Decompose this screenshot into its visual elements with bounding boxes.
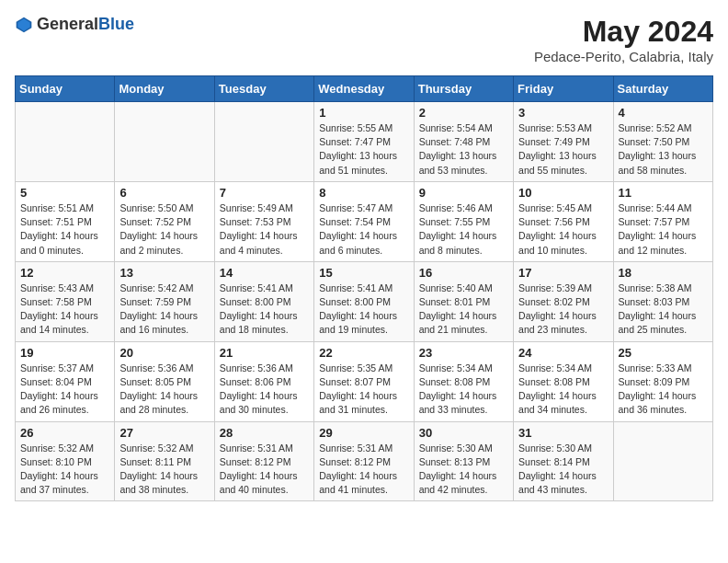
day-cell: 25Sunrise: 5:33 AM Sunset: 8:09 PM Dayli… [613,341,712,421]
day-number: 15 [319,266,408,280]
day-cell: 17Sunrise: 5:39 AM Sunset: 8:02 PM Dayli… [514,261,613,341]
day-cell: 10Sunrise: 5:45 AM Sunset: 7:56 PM Dayli… [514,181,613,261]
day-number: 6 [119,186,209,200]
day-info: Sunrise: 5:31 AM Sunset: 8:12 PM Dayligh… [319,442,408,498]
day-info: Sunrise: 5:43 AM Sunset: 7:58 PM Dayligh… [20,282,109,338]
day-cell: 23Sunrise: 5:34 AM Sunset: 8:08 PM Dayli… [414,341,513,421]
day-number: 1 [319,106,408,120]
day-info: Sunrise: 5:31 AM Sunset: 8:12 PM Dayligh… [220,442,309,498]
day-number: 12 [20,266,109,280]
logo-general: General [37,15,98,33]
day-cell: 12Sunrise: 5:43 AM Sunset: 7:58 PM Dayli… [16,261,115,341]
day-cell: 2Sunrise: 5:54 AM Sunset: 7:48 PM Daylig… [414,102,513,182]
day-number: 13 [119,266,209,280]
header-wednesday: Wednesday [314,76,414,102]
day-info: Sunrise: 5:40 AM Sunset: 8:01 PM Dayligh… [419,282,508,338]
day-cell: 11Sunrise: 5:44 AM Sunset: 7:57 PM Dayli… [613,181,712,261]
day-cell: 21Sunrise: 5:36 AM Sunset: 8:06 PM Dayli… [214,341,313,421]
week-row-5: 26Sunrise: 5:32 AM Sunset: 8:10 PM Dayli… [16,421,713,501]
week-row-2: 5Sunrise: 5:51 AM Sunset: 7:51 PM Daylig… [16,181,713,261]
week-row-3: 12Sunrise: 5:43 AM Sunset: 7:58 PM Dayli… [16,261,713,341]
day-number: 28 [220,426,309,440]
day-info: Sunrise: 5:34 AM Sunset: 8:08 PM Dayligh… [518,362,608,418]
day-number: 17 [518,266,608,280]
day-info: Sunrise: 5:34 AM Sunset: 8:08 PM Dayligh… [419,362,508,418]
day-cell: 28Sunrise: 5:31 AM Sunset: 8:12 PM Dayli… [214,421,313,501]
day-cell: 3Sunrise: 5:53 AM Sunset: 7:49 PM Daylig… [514,102,613,182]
day-cell [16,102,115,182]
day-number: 31 [518,426,608,440]
header-tuesday: Tuesday [214,76,313,102]
day-number: 5 [20,186,109,200]
day-info: Sunrise: 5:53 AM Sunset: 7:49 PM Dayligh… [518,121,608,178]
day-cell: 4Sunrise: 5:52 AM Sunset: 7:50 PM Daylig… [613,102,712,182]
logo-blue: Blue [98,15,134,33]
day-cell: 27Sunrise: 5:32 AM Sunset: 8:11 PM Dayli… [115,421,214,501]
header-friday: Friday [514,76,613,102]
day-cell: 1Sunrise: 5:55 AM Sunset: 7:47 PM Daylig… [314,102,414,182]
day-info: Sunrise: 5:41 AM Sunset: 8:00 PM Dayligh… [220,282,309,338]
day-number: 29 [319,426,408,440]
header-sunday: Sunday [16,76,115,102]
day-info: Sunrise: 5:32 AM Sunset: 8:11 PM Dayligh… [119,442,209,498]
day-cell: 29Sunrise: 5:31 AM Sunset: 8:12 PM Dayli… [314,421,414,501]
day-number: 16 [419,266,508,280]
day-number: 11 [619,186,708,200]
day-cell [115,102,214,182]
day-info: Sunrise: 5:44 AM Sunset: 7:57 PM Dayligh… [619,201,708,258]
location: Pedace-Perito, Calabria, Italy [534,49,713,64]
day-info: Sunrise: 5:49 AM Sunset: 7:53 PM Dayligh… [220,201,309,258]
day-number: 19 [20,346,109,360]
day-number: 18 [619,266,708,280]
day-info: Sunrise: 5:50 AM Sunset: 7:52 PM Dayligh… [119,201,209,258]
day-info: Sunrise: 5:45 AM Sunset: 7:56 PM Dayligh… [518,201,608,258]
week-row-1: 1Sunrise: 5:55 AM Sunset: 7:47 PM Daylig… [16,102,713,182]
day-cell: 20Sunrise: 5:36 AM Sunset: 8:05 PM Dayli… [115,341,214,421]
day-cell: 31Sunrise: 5:30 AM Sunset: 8:14 PM Dayli… [514,421,613,501]
day-cell: 16Sunrise: 5:40 AM Sunset: 8:01 PM Dayli… [414,261,513,341]
day-number: 21 [220,346,309,360]
day-cell: 13Sunrise: 5:42 AM Sunset: 7:59 PM Dayli… [115,261,214,341]
day-cell [214,102,313,182]
day-number: 22 [319,346,408,360]
day-number: 7 [220,186,309,200]
day-number: 14 [220,266,309,280]
day-number: 27 [119,426,209,440]
day-cell: 9Sunrise: 5:46 AM Sunset: 7:55 PM Daylig… [414,181,513,261]
day-cell [613,421,712,501]
calendar-header: Sunday Monday Tuesday Wednesday Thursday… [16,76,713,102]
calendar-table: Sunday Monday Tuesday Wednesday Thursday… [15,75,713,501]
day-cell: 18Sunrise: 5:38 AM Sunset: 8:03 PM Dayli… [613,261,712,341]
day-info: Sunrise: 5:33 AM Sunset: 8:09 PM Dayligh… [619,362,708,418]
day-info: Sunrise: 5:37 AM Sunset: 8:04 PM Dayligh… [20,362,109,418]
logo-icon [15,16,33,34]
header-thursday: Thursday [414,76,513,102]
day-info: Sunrise: 5:55 AM Sunset: 7:47 PM Dayligh… [319,121,408,178]
day-info: Sunrise: 5:52 AM Sunset: 7:50 PM Dayligh… [619,121,708,178]
day-cell: 14Sunrise: 5:41 AM Sunset: 8:00 PM Dayli… [214,261,313,341]
day-info: Sunrise: 5:51 AM Sunset: 7:51 PM Dayligh… [20,201,109,258]
day-info: Sunrise: 5:36 AM Sunset: 8:06 PM Dayligh… [220,362,309,418]
day-info: Sunrise: 5:35 AM Sunset: 8:07 PM Dayligh… [319,362,408,418]
day-number: 23 [419,346,508,360]
day-number: 2 [419,106,508,120]
day-cell: 7Sunrise: 5:49 AM Sunset: 7:53 PM Daylig… [214,181,313,261]
week-row-4: 19Sunrise: 5:37 AM Sunset: 8:04 PM Dayli… [16,341,713,421]
day-cell: 30Sunrise: 5:30 AM Sunset: 8:13 PM Dayli… [414,421,513,501]
day-info: Sunrise: 5:47 AM Sunset: 7:54 PM Dayligh… [319,201,408,258]
day-cell: 15Sunrise: 5:41 AM Sunset: 8:00 PM Dayli… [314,261,414,341]
header-row: Sunday Monday Tuesday Wednesday Thursday… [16,76,713,102]
day-cell: 8Sunrise: 5:47 AM Sunset: 7:54 PM Daylig… [314,181,414,261]
day-info: Sunrise: 5:30 AM Sunset: 8:13 PM Dayligh… [419,442,508,498]
day-info: Sunrise: 5:54 AM Sunset: 7:48 PM Dayligh… [419,121,508,178]
day-cell: 24Sunrise: 5:34 AM Sunset: 8:08 PM Dayli… [514,341,613,421]
day-info: Sunrise: 5:38 AM Sunset: 8:03 PM Dayligh… [619,282,708,338]
title-section: May 2024 Pedace-Perito, Calabria, Italy [534,15,713,64]
header-monday: Monday [115,76,214,102]
day-info: Sunrise: 5:42 AM Sunset: 7:59 PM Dayligh… [119,282,209,338]
day-info: Sunrise: 5:39 AM Sunset: 8:02 PM Dayligh… [518,282,608,338]
day-number: 26 [20,426,109,440]
day-info: Sunrise: 5:46 AM Sunset: 7:55 PM Dayligh… [419,201,508,258]
day-number: 4 [619,106,708,120]
header: GeneralBlue May 2024 Pedace-Perito, Cala… [15,15,713,64]
